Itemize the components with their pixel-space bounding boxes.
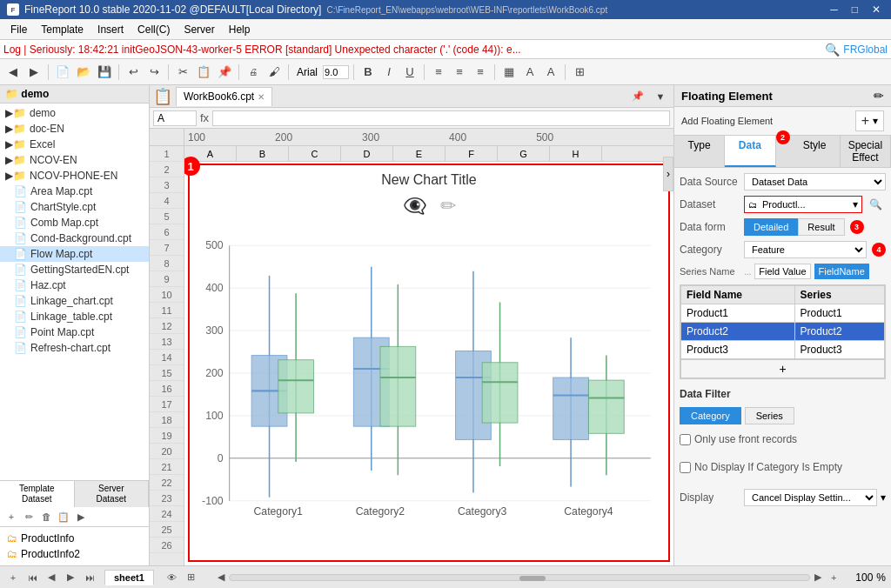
workbook-tab[interactable]: WorkBook6.cpt ✕ xyxy=(176,87,272,106)
toolbar-save[interactable]: 💾 xyxy=(95,63,114,82)
align-center-btn[interactable]: ≡ xyxy=(450,63,469,82)
menu-server[interactable]: Server xyxy=(177,22,221,37)
align-left-btn[interactable]: ≡ xyxy=(429,63,448,82)
only-front-checkbox[interactable] xyxy=(680,434,691,445)
fill-color-btn[interactable]: A xyxy=(520,63,539,82)
tab-type[interactable]: Type xyxy=(674,136,725,167)
dataset-dropdown-icon[interactable]: ▾ xyxy=(849,197,861,212)
toolbar-forward[interactable]: ▶ xyxy=(24,63,44,82)
tree-item-pointmap[interactable]: 📄 Point Map.cpt xyxy=(0,324,149,340)
server-dataset-tab[interactable]: ServerDataset xyxy=(75,481,150,507)
underline-btn[interactable]: U xyxy=(400,63,419,82)
tab-special-effect[interactable]: Special Effect xyxy=(841,136,891,167)
scroll-left-btn[interactable]: ◀ xyxy=(213,570,229,585)
align-right-btn[interactable]: ≡ xyxy=(471,63,490,82)
add-dataset-btn[interactable]: + xyxy=(3,509,19,525)
first-sheet-btn[interactable]: ⏮ xyxy=(24,570,40,585)
toolbar-back[interactable]: ◀ xyxy=(3,63,23,82)
menu-cell[interactable]: Cell(C) xyxy=(131,22,177,37)
chart-wrapper[interactable]: 1 New Chart Title 👁‍🗨 ✏ 500 xyxy=(188,164,670,562)
toolbar-cut[interactable]: ✂ xyxy=(173,63,192,82)
settings-icon[interactable]: ✏ xyxy=(874,89,884,103)
detailed-btn[interactable]: Detailed xyxy=(744,218,798,236)
add-floating-btn[interactable]: + ▾ xyxy=(855,110,884,131)
menu-help[interactable]: Help xyxy=(222,22,258,37)
add-sheet-btn[interactable]: + xyxy=(5,570,21,585)
dataset-search-btn[interactable]: 🔍 xyxy=(866,197,886,212)
menu-insert[interactable]: Insert xyxy=(90,22,131,37)
display-select[interactable]: Cancel Display Settin... xyxy=(744,489,877,506)
tab-style[interactable]: Style xyxy=(790,136,841,167)
toolbar-new[interactable]: 📄 xyxy=(53,63,72,82)
tree-item-linkchart[interactable]: 📄 Linkage_chart.cpt xyxy=(0,293,149,309)
tab-data[interactable]: Data xyxy=(725,136,775,167)
menu-template[interactable]: Template xyxy=(34,22,90,37)
formula-input[interactable] xyxy=(212,110,670,126)
last-sheet-btn[interactable]: ⏭ xyxy=(82,570,97,585)
tree-item-excel[interactable]: ▶📁 Excel xyxy=(0,137,149,152)
sheet1-tab[interactable]: sheet1 xyxy=(104,570,154,585)
toolbar-print-preview[interactable]: 🖨 xyxy=(244,63,263,82)
table-row-product3[interactable]: Product3 Product3 xyxy=(681,341,885,359)
tree-item-ncov[interactable]: ▶📁 NCOV-EN xyxy=(0,152,149,168)
bold-btn[interactable]: B xyxy=(358,63,378,82)
filter-series-btn[interactable]: Series xyxy=(745,407,794,424)
category-select[interactable]: Feature xyxy=(744,241,867,258)
prev-sheet-btn[interactable]: ◀ xyxy=(44,570,59,585)
hscrollbar[interactable] xyxy=(229,574,810,581)
minimize-btn[interactable]: ─ xyxy=(827,3,841,16)
tree-item-refreshchart[interactable]: 📄 Refresh-chart.cpt xyxy=(0,340,149,356)
filter-category-btn[interactable]: Category xyxy=(680,407,741,424)
data-source-select[interactable]: Dataset Data xyxy=(744,173,886,190)
tree-item-doc[interactable]: ▶📁 doc-EN xyxy=(0,121,149,137)
next-sheet-btn[interactable]: ▶ xyxy=(63,570,78,585)
toolbar-undo[interactable]: ↩ xyxy=(124,63,143,82)
search-icon[interactable]: 🔍 xyxy=(825,43,840,57)
toolbar-paint[interactable]: 🖌 xyxy=(265,63,284,82)
merge-btn[interactable]: ⊞ xyxy=(570,63,589,82)
tab-pin-btn[interactable]: 📌 xyxy=(628,87,647,106)
sheet-grid-btn[interactable]: ⊞ xyxy=(184,570,199,585)
tree-item-gettingstarted[interactable]: 📄 GettingStartedEN.cpt xyxy=(0,262,149,277)
cell-ref-input[interactable] xyxy=(153,110,197,126)
dataset-productinfo[interactable]: 🗂 ProductInfo xyxy=(3,531,145,546)
copy-dataset-btn[interactable]: 📋 xyxy=(56,509,71,525)
tree-item-haz[interactable]: 📄 Haz.cpt xyxy=(0,277,149,293)
add-series-btn[interactable]: + xyxy=(680,359,885,378)
menu-file[interactable]: File xyxy=(3,22,34,37)
maximize-btn[interactable]: □ xyxy=(848,3,861,16)
tree-item-chartstyle[interactable]: 📄 ChartStyle.cpt xyxy=(0,199,149,215)
dataset-productinfo2[interactable]: 🗂 ProductInfo2 xyxy=(3,546,145,562)
toolbar-open[interactable]: 📂 xyxy=(74,63,93,82)
close-btn[interactable]: ✕ xyxy=(868,3,884,16)
toolbar-copy[interactable]: 📋 xyxy=(194,63,213,82)
template-dataset-tab[interactable]: TemplateDataset xyxy=(0,481,75,507)
tree-item-combmap[interactable]: 📄 Comb Map.cpt xyxy=(0,215,149,231)
pencil-icon[interactable]: ✏ xyxy=(440,195,456,217)
cells-area[interactable]: A B C D E F G H 1 xyxy=(184,146,673,565)
eye-slash-icon[interactable]: 👁‍🗨 xyxy=(403,195,426,217)
toolbar-redo[interactable]: ↪ xyxy=(144,63,164,82)
toolbar-paste[interactable]: 📌 xyxy=(215,63,234,82)
tree-item-areamap[interactable]: 📄 Area Map.cpt xyxy=(0,184,149,199)
display-dropdown-icon[interactable]: ▾ xyxy=(881,491,886,504)
delete-dataset-btn[interactable]: 🗑 xyxy=(38,509,54,525)
italic-btn[interactable]: I xyxy=(379,63,399,82)
scroll-right-btn[interactable]: ▶ xyxy=(810,570,826,585)
tree-item-flowmap[interactable]: 📄 Flow Map.cpt xyxy=(0,246,149,262)
file-tree[interactable]: ▶📁 demo ▶📁 doc-EN ▶📁 Excel ▶📁 NCOV-EN ▶📁… xyxy=(0,104,149,480)
result-btn[interactable]: Result xyxy=(798,218,844,236)
no-display-checkbox[interactable] xyxy=(680,462,691,473)
font-size-input[interactable] xyxy=(323,65,349,79)
tree-item-ncov-phone[interactable]: ▶📁 NCOV-PHONE-EN xyxy=(0,168,149,184)
tree-item-linktable[interactable]: 📄 Linkage_table.cpt xyxy=(0,309,149,324)
border-btn[interactable]: ▦ xyxy=(499,63,519,82)
tab-close-icon[interactable]: ✕ xyxy=(258,92,265,102)
edit-dataset-btn[interactable]: ✏ xyxy=(21,509,37,525)
preview-dataset-btn[interactable]: ▶ xyxy=(73,509,89,525)
tab-more-btn[interactable]: ▼ xyxy=(651,87,670,106)
add-zoom-btn[interactable]: + xyxy=(826,570,841,585)
table-row-product1[interactable]: Product1 Product1 xyxy=(681,304,885,323)
sheet-view-btn[interactable]: 👁 xyxy=(164,570,180,585)
hscrollbar-thumb[interactable] xyxy=(519,576,546,581)
